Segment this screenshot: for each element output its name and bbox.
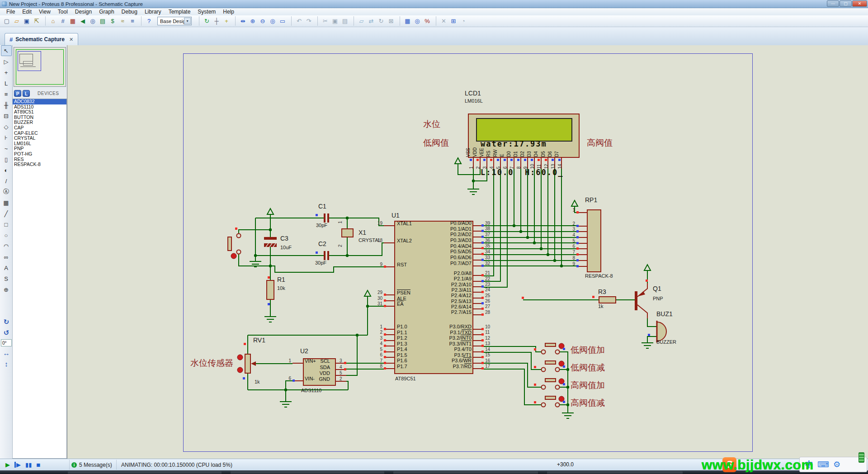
menu-item[interactable]: View <box>35 9 54 15</box>
ime-icon[interactable]: ⚙ <box>833 460 840 469</box>
menu-item[interactable]: Library <box>141 9 165 15</box>
menu-item[interactable]: System <box>194 9 219 15</box>
toolbar-button[interactable]: ⊞ <box>448 16 458 26</box>
device-item[interactable]: RESPACK-8 <box>13 162 66 167</box>
menu-item[interactable]: File <box>3 9 19 15</box>
mode-tool-button[interactable]: ▯ <box>1 154 12 165</box>
flip-horizontal-button[interactable]: ↔ <box>1 347 12 358</box>
toolbar-button[interactable]: ▣ <box>330 16 340 26</box>
toolbar-button[interactable]: $ <box>108 16 118 26</box>
menu-item[interactable]: Debug <box>118 9 141 15</box>
toolbar-button[interactable]: ⇄ <box>366 16 376 26</box>
mode-tool-button[interactable]: A <box>1 262 12 273</box>
toolbar-button[interactable]: % <box>422 16 432 26</box>
toolbar-button[interactable]: ▦ <box>68 16 78 26</box>
toolbar-button[interactable]: ▭ <box>278 16 288 26</box>
menu-item[interactable]: Template <box>165 9 194 15</box>
toolbar-icon: + <box>225 18 228 24</box>
mode-tool-button[interactable]: ╫ <box>1 100 12 110</box>
toolbar-button[interactable]: + <box>222 16 231 26</box>
rotate-cw-button[interactable]: ↻ <box>1 317 12 327</box>
mode-tool-button[interactable]: Ⓐ <box>1 186 12 197</box>
toolbar-button[interactable]: ⇹ <box>235 16 248 26</box>
toolbar-button[interactable]: ▦ <box>400 16 412 26</box>
mode-tool-button[interactable]: ∞ <box>1 251 12 262</box>
pick-devices-button[interactable]: P <box>14 90 21 97</box>
mode-tool-button[interactable]: ≡ <box>1 89 12 100</box>
toolbar-button[interactable]: ↶ <box>291 16 304 26</box>
tab-close-icon[interactable]: ✕ <box>69 37 73 43</box>
toolbar-button[interactable]: ◔ <box>458 16 468 26</box>
rotate-ccw-button[interactable]: ↺ <box>1 327 12 338</box>
toolbar-button[interactable]: ┼ <box>212 16 222 26</box>
overview-minimap[interactable] <box>14 47 66 87</box>
toolbar-button[interactable]: ◎ <box>412 16 422 26</box>
menu-item[interactable]: Tool <box>54 9 71 15</box>
mode-tool-button[interactable]: ○ <box>1 230 12 241</box>
toolbar-button[interactable]: ▣ <box>22 16 32 26</box>
maximize-button[interactable]: ▢ <box>840 0 852 7</box>
toolbar-button[interactable]: ? <box>141 16 154 26</box>
minimize-button[interactable]: — <box>827 0 839 7</box>
rotation-angle-field[interactable]: 0° <box>1 339 12 346</box>
play-button[interactable]: ▶ <box>5 462 10 468</box>
toolbar-button[interactable]: ▱ <box>354 16 366 26</box>
toolbar-icon: ✕ <box>441 18 446 24</box>
toolbar-button[interactable]: ⌂ <box>45 16 58 26</box>
mode-tool-button[interactable]: + <box>1 67 12 78</box>
note-high-threshold: 高阀值 <box>587 137 613 149</box>
toolbar-button[interactable]: ◀ <box>78 16 88 26</box>
toolbar-button[interactable]: ⊖ <box>258 16 268 26</box>
toolbar-button[interactable]: ✕ <box>436 16 448 26</box>
toolbar-button[interactable]: ↻ <box>376 16 386 26</box>
flip-vertical-button[interactable]: ↕ <box>1 358 12 369</box>
mode-tool-button[interactable]: ↖ <box>1 45 12 56</box>
ime-mini-icon[interactable] <box>859 452 864 463</box>
mode-tool-button[interactable]: ⊦ <box>1 132 12 143</box>
chevron-down-icon[interactable]: ▾ <box>184 18 191 24</box>
toolbar-button[interactable]: ⊠ <box>386 16 396 26</box>
mode-tool-button[interactable]: ▦ <box>1 197 12 208</box>
toolbar-button[interactable]: ▤ <box>98 16 108 26</box>
stop-button[interactable]: ■ <box>36 462 40 468</box>
toolbar-button[interactable]: ▤ <box>340 16 350 26</box>
toolbar-button[interactable]: ⊕ <box>248 16 258 26</box>
design-selector-combo[interactable]: Base Design ▾ <box>157 17 192 25</box>
mode-tool-button[interactable]: / <box>1 175 12 186</box>
step-button[interactable]: ▶ <box>14 462 21 468</box>
mode-tool-button[interactable]: S <box>1 273 12 284</box>
tab-schematic-capture[interactable]: # Schematic Capture ✕ <box>5 33 78 45</box>
menu-item[interactable]: Help <box>219 9 238 15</box>
toolbar-button[interactable]: ↻ <box>199 16 212 26</box>
toolbar-button[interactable]: ≡ <box>127 16 137 26</box>
menu-item[interactable]: Graph <box>95 9 118 15</box>
toolbar-button[interactable]: # <box>58 16 68 26</box>
toolbar-button[interactable]: ↷ <box>304 16 314 26</box>
toolbar-button[interactable]: ≈ <box>118 16 127 26</box>
mode-tool-button[interactable]: ▷ <box>1 56 12 67</box>
mode-tool-button[interactable]: L <box>1 78 12 89</box>
respack-rp1-body[interactable] <box>587 209 601 272</box>
mode-tool-button[interactable]: ◐ <box>1 165 12 175</box>
mode-tool-button[interactable]: ◠ <box>1 241 12 251</box>
menu-item[interactable]: Edit <box>19 9 35 15</box>
toolbar-button[interactable]: ✂ <box>317 16 330 26</box>
toolbar-button[interactable]: ◎ <box>268 16 278 26</box>
menu-item[interactable]: Design <box>71 9 95 15</box>
mode-tool-button[interactable]: ◇ <box>1 121 12 132</box>
toolbar-button[interactable]: ◎ <box>88 16 98 26</box>
mode-tool-button[interactable]: ⊕ <box>1 284 12 295</box>
close-button[interactable]: ✕ <box>852 0 867 7</box>
toolbar-button[interactable]: ⇱ <box>32 16 42 26</box>
pause-button[interactable]: ▮▮ <box>25 462 32 468</box>
mode-tool-button[interactable]: ~ <box>1 143 12 154</box>
message-counter[interactable]: i 5 Message(s) <box>71 460 117 469</box>
mode-tool-button[interactable]: □ <box>1 219 12 230</box>
mode-tool-button[interactable]: ╱ <box>1 208 12 219</box>
rp1-value: RESPACK-8 <box>585 273 613 279</box>
toolbar-button[interactable]: ▱ <box>12 16 22 26</box>
mode-tool-button[interactable]: ⊟ <box>1 110 12 121</box>
library-button[interactable]: L <box>23 90 30 97</box>
toolbar-button[interactable]: ▢ <box>2 16 12 26</box>
ime-icon[interactable]: ⌨ <box>817 460 829 469</box>
